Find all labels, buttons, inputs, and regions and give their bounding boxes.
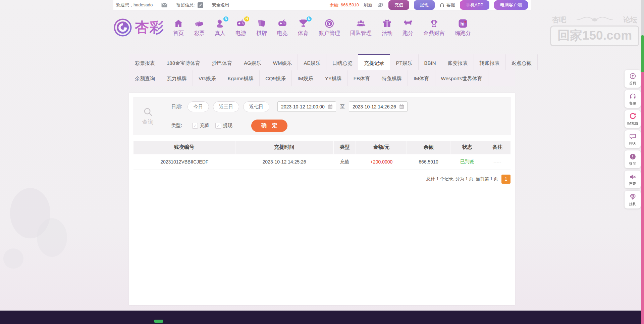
sidebar-item-label: 首页 [629, 81, 636, 85]
tab-FB体育[interactable]: FB体育 [348, 70, 376, 86]
nav-item-体育[interactable]: N体育 [298, 18, 309, 37]
tab-AG娱乐[interactable]: AG娱乐 [238, 54, 267, 70]
withdraw-button[interactable]: 提现 [414, 0, 435, 10]
column-header-类型: 类型 [333, 141, 356, 154]
team-icon [356, 18, 366, 29]
site-header: 杏彩 首页彩票N真人H电游棋牌电竞N体育¥账户管理团队管理活动跑分金鼎财富hi嗨… [113, 11, 531, 44]
quick-date-button-今日[interactable]: 今日 [187, 101, 209, 112]
type-checkbox-提现[interactable]: ✓提现 [215, 123, 232, 129]
pc-client-button[interactable]: 电脑客户端 [494, 0, 528, 10]
forum-watermark: 杏吧 论坛 回家150.com [550, 15, 639, 46]
scrollbar-thumb[interactable] [641, 35, 644, 72]
query-label: 查询 [142, 118, 154, 126]
tab-Kgame棋牌[interactable]: Kgame棋牌 [222, 70, 260, 86]
tab-YY棋牌[interactable]: YY棋牌 [319, 70, 348, 86]
nav-item-label: 电竞 [277, 30, 288, 37]
type-filter-row: 类型: ✓充值✓提现 确 定 [171, 116, 508, 135]
cell-id: 20231012VBBIICJEDF [133, 154, 235, 170]
sidebar-item-客服[interactable]: 客服 [625, 90, 641, 108]
tab-IM娱乐[interactable]: IM娱乐 [292, 70, 319, 86]
nav-item-嗨跑分[interactable]: hi嗨跑分 [455, 18, 471, 37]
sidebar-item-疑问[interactable]: 疑问 [625, 150, 641, 168]
tab-账变报表[interactable]: 账变报表 [442, 54, 474, 70]
tab-瓦力棋牌[interactable]: 瓦力棋牌 [161, 70, 193, 86]
calendar-icon[interactable] [399, 104, 405, 109]
scrollbar-top-segment [641, 0, 644, 35]
nav-item-账户管理[interactable]: ¥账户管理 [319, 18, 340, 37]
page-footer [0, 311, 644, 324]
nav-item-label: 电游 [235, 30, 246, 37]
refresh-link[interactable]: 刷新 [364, 2, 372, 8]
calendar-icon[interactable] [327, 104, 333, 109]
sidebar-item-label: 声音 [629, 181, 636, 186]
date-to-input[interactable]: 2023-10-12 14:26:26 [349, 101, 408, 112]
nav-badge: N [307, 16, 312, 21]
site-logo[interactable]: 杏彩 [113, 18, 164, 37]
nav-item-团队管理[interactable]: 团队管理 [350, 18, 372, 37]
cell-time: 2023-10-12 14:25:26 [235, 154, 333, 170]
tab-Wesports世界体育[interactable]: Wesports世界体育 [435, 70, 488, 86]
edit-pencil-icon[interactable] [198, 2, 203, 8]
nav-item-金鼎财富[interactable]: 金鼎财富 [423, 18, 445, 37]
page-1-button[interactable]: 1 [501, 175, 511, 184]
column-header-状态: 状态 [450, 141, 484, 154]
headset-icon [439, 3, 445, 7]
sidebar-item-挂机[interactable]: 挂机 [625, 191, 641, 209]
nav-item-电游[interactable]: H电游 [235, 18, 246, 37]
report-tabs: 彩票报表188金宝博体育沙巴体育AG娱乐WM娱乐AE娱乐日结总览充提记录PT娱乐… [129, 54, 515, 86]
tab-188金宝博体育[interactable]: 188金宝博体育 [161, 54, 206, 70]
nav-item-label: 嗨跑分 [455, 30, 471, 37]
logout-link[interactable]: 安全退出 [212, 2, 229, 8]
tab-CQ9娱乐[interactable]: CQ9娱乐 [260, 70, 292, 86]
quick-date-button-近三日[interactable]: 近三日 [213, 101, 239, 112]
sidebar-item-IM充值[interactable]: IM充值 [625, 110, 641, 128]
tab-特兔棋牌[interactable]: 特兔棋牌 [376, 70, 408, 86]
tab-AE娱乐[interactable]: AE娱乐 [298, 54, 326, 70]
mail-icon[interactable] [161, 3, 167, 7]
sidebar-item-声音[interactable]: 声音 [625, 171, 641, 188]
deposit-button[interactable]: 充值 [388, 0, 409, 10]
chat-icon [629, 133, 636, 140]
checkbox-icon[interactable]: ✓ [192, 123, 198, 129]
person-icon: N [215, 18, 225, 29]
nav-item-首页[interactable]: 首页 [173, 18, 184, 37]
mobile-app-button[interactable]: 手机APP [460, 0, 489, 10]
tab-返点总额[interactable]: 返点总额 [506, 54, 538, 70]
quick-date-button-近七日[interactable]: 近七日 [243, 101, 269, 112]
tab-IM体育[interactable]: IM体育 [408, 70, 435, 86]
date-from-input[interactable]: 2023-10-12 12:00:00 [277, 101, 336, 112]
home-icon [173, 18, 183, 29]
customer-service-link[interactable]: 客服 [439, 2, 455, 8]
top-bar: 欢迎您，hadesado 预留信息: 安全退出 余额: 666.5910 刷新 … [113, 0, 531, 10]
sidebar-item-聊天[interactable]: 聊天 [625, 130, 641, 148]
tab-彩票报表[interactable]: 彩票报表 [129, 54, 161, 70]
gamepad-icon [277, 18, 287, 29]
nav-item-棋牌[interactable]: 棋牌 [256, 18, 267, 37]
tab-余额查询[interactable]: 余额查询 [129, 70, 161, 86]
tab-VG娱乐[interactable]: VG娱乐 [193, 70, 222, 86]
checkbox-icon[interactable]: ✓ [215, 123, 221, 129]
nav-item-活动[interactable]: 活动 [382, 18, 392, 37]
eye-off-icon[interactable] [377, 2, 384, 8]
mute-icon [629, 173, 636, 180]
nav-item-彩票[interactable]: 彩票 [194, 18, 205, 37]
tab-PT娱乐[interactable]: PT娱乐 [390, 54, 418, 70]
tab-BBIN[interactable]: BBIN [419, 54, 442, 70]
watermark-right-text: 论坛 [623, 15, 637, 25]
nav-item-真人[interactable]: N真人 [215, 18, 225, 37]
nav-item-跑分[interactable]: 跑分 [402, 18, 413, 37]
tickets-icon [194, 18, 204, 29]
cell-amount: +200.0000 [356, 154, 407, 170]
nav-item-电竞[interactable]: 电竞 [277, 18, 288, 37]
rhino-icon [403, 18, 413, 29]
tab-充提记录[interactable]: 充提记录 [358, 54, 390, 70]
date-filter-row: 日期: 今日近三日近七日 2023-10-12 12:00:00 至 2023-… [171, 97, 508, 116]
sidebar-item-首页[interactable]: 首页 [625, 70, 641, 88]
scrollbar-track[interactable] [641, 0, 644, 324]
submit-button[interactable]: 确 定 [251, 120, 287, 132]
tab-转账报表[interactable]: 转账报表 [474, 54, 506, 70]
tab-日结总览[interactable]: 日结总览 [326, 54, 358, 70]
type-checkbox-充值[interactable]: ✓充值 [192, 123, 209, 129]
tab-WM娱乐[interactable]: WM娱乐 [267, 54, 298, 70]
tab-沙巴体育[interactable]: 沙巴体育 [206, 54, 238, 70]
